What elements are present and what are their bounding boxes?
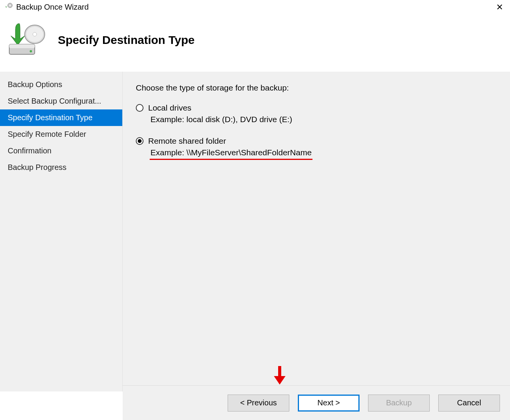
destination-prompt: Choose the type of storage for the backu… [136,83,497,92]
cancel-button[interactable]: Cancel [438,395,500,412]
sidebar-item-specify-destination-type[interactable]: Specify Destination Type [0,109,122,126]
sidebar-item-specify-remote-folder[interactable]: Specify Remote Folder [0,126,122,143]
svg-point-7 [30,50,32,52]
wizard-footer: < Previous Next > Backup Cancel [123,385,510,420]
close-icon[interactable]: ✕ [494,3,505,12]
radio-remote-shared-folder[interactable] [136,137,144,145]
radio-remote-shared-folder-label[interactable]: Remote shared folder [148,136,226,146]
svg-rect-6 [9,44,35,48]
wizard-main-panel: Choose the type of storage for the backu… [123,72,510,391]
svg-point-1 [9,5,11,6]
page-title: Specify Destination Type [58,34,195,47]
sidebar-item-select-backup-configuration[interactable]: Select Backup Configurat... [0,93,122,109]
previous-button[interactable]: < Previous [228,395,289,412]
radio-local-drives[interactable] [136,104,144,112]
radio-local-drives-label[interactable]: Local drives [148,103,191,113]
backup-button: Backup [368,395,430,412]
svg-point-4 [33,32,37,36]
next-button[interactable]: Next > [298,395,360,412]
app-icon [5,2,13,12]
sidebar-item-backup-progress[interactable]: Backup Progress [0,159,122,176]
titlebar: Backup Once Wizard ✕ [0,0,510,14]
sidebar-item-confirmation[interactable]: Confirmation [0,143,122,159]
remote-shared-folder-example: Example: \\MyFileServer\SharedFolderName [150,148,312,160]
wizard-header: Specify Destination Type [0,14,510,69]
wizard-steps-sidebar: Backup Options Select Backup Configurat.… [0,72,123,391]
window-title: Backup Once Wizard [16,3,89,12]
backup-drive-icon [8,22,46,58]
local-drives-example: Example: local disk (D:), DVD drive (E:) [150,115,497,126]
sidebar-item-backup-options[interactable]: Backup Options [0,76,122,93]
